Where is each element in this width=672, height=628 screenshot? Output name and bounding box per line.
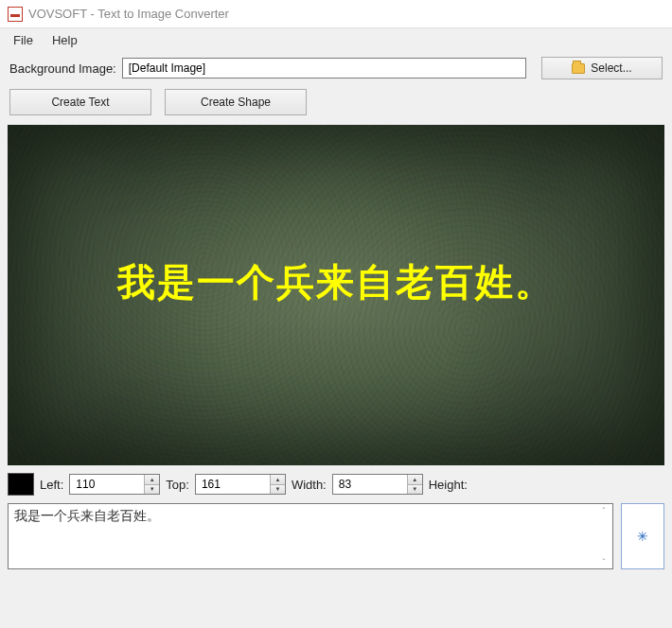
create-shape-label: Create Shape (201, 96, 271, 109)
preview-canvas[interactable]: 我是一个兵来自老百姓。 (8, 125, 664, 465)
top-spin-down[interactable]: ▼ (271, 485, 285, 495)
menu-file[interactable]: File (4, 31, 43, 49)
text-editor-row: 我是一个兵来自老百姓。 ˆ ˇ ✳ (0, 499, 672, 577)
left-field[interactable]: ▲ ▼ (69, 474, 160, 495)
top-spinner[interactable]: ▲ ▼ (270, 475, 285, 494)
menu-help[interactable]: Help (43, 31, 87, 49)
window-title: VOVSOFT - Text to Image Converter (28, 7, 229, 21)
create-text-button[interactable]: Create Text (9, 89, 151, 115)
left-input[interactable] (70, 475, 144, 494)
select-button-label: Select... (591, 61, 631, 75)
color-swatch[interactable] (8, 473, 34, 496)
action-row: Create Text Create Shape (0, 85, 672, 125)
top-field[interactable]: ▲ ▼ (195, 474, 286, 495)
top-input[interactable] (196, 475, 270, 494)
create-shape-button[interactable]: Create Shape (165, 89, 307, 115)
menubar: File Help (0, 28, 672, 51)
width-spin-down[interactable]: ▼ (408, 485, 422, 495)
scroll-down-icon[interactable]: ˇ (603, 557, 606, 567)
create-text-label: Create Text (51, 96, 109, 109)
background-image-value: [Default Image] (129, 61, 205, 75)
left-spin-up[interactable]: ▲ (145, 475, 159, 485)
text-editor-scrollbar[interactable]: ˆ ˇ (597, 506, 610, 567)
side-action-icon: ✳ (637, 529, 648, 544)
height-label: Height: (429, 478, 468, 492)
scroll-up-icon[interactable]: ˆ (603, 506, 606, 515)
text-editor-content: 我是一个兵来自老百姓。 (14, 508, 160, 523)
coordinates-row: Left: ▲ ▼ Top: ▲ ▼ Width: ▲ ▼ Height: (0, 465, 672, 499)
width-spinner[interactable]: ▲ ▼ (407, 475, 422, 494)
background-image-input[interactable]: [Default Image] (122, 58, 526, 78)
side-action-button[interactable]: ✳ (621, 503, 664, 569)
background-image-row: Background Image: [Default Image] Select… (0, 51, 672, 85)
background-image-label: Background Image: (9, 61, 116, 76)
left-spin-down[interactable]: ▼ (145, 485, 159, 495)
app-icon (8, 7, 23, 22)
top-label: Top: (166, 478, 189, 492)
select-button[interactable]: Select... (541, 57, 663, 79)
folder-icon (572, 63, 585, 74)
left-label: Left: (40, 478, 63, 492)
width-input[interactable] (333, 475, 407, 494)
width-field[interactable]: ▲ ▼ (332, 474, 423, 495)
width-spin-up[interactable]: ▲ (408, 475, 422, 485)
canvas-overlay-text[interactable]: 我是一个兵来自老百姓。 (117, 255, 555, 307)
titlebar: VOVSOFT - Text to Image Converter (0, 0, 672, 28)
width-label: Width: (292, 478, 327, 492)
text-editor[interactable]: 我是一个兵来自老百姓。 ˆ ˇ (8, 503, 613, 569)
top-spin-up[interactable]: ▲ (271, 475, 285, 485)
left-spinner[interactable]: ▲ ▼ (144, 475, 159, 494)
